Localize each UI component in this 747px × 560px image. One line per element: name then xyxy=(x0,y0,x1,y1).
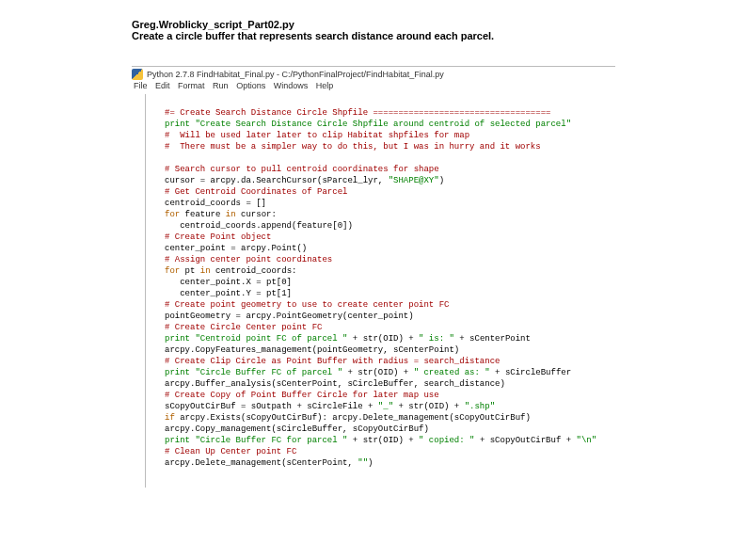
code-line: arcpy.CopyFeatures_management(pointGeome… xyxy=(165,344,596,356)
code-line: print "Centroid point FC of parcel " + s… xyxy=(165,333,596,344)
code-token: cursor = arcpy.da.SearchCursor(sParcel_l… xyxy=(165,176,389,185)
code-token: centroid_coords = [] xyxy=(165,199,266,208)
code-line: arcpy.Buffer_analysis(sCenterPoint, sCir… xyxy=(165,378,596,390)
code-line xyxy=(165,152,596,164)
code-line: arcpy.Delete_management(sCenterPoint, ""… xyxy=(165,457,596,469)
code-line: for pt in centroid_coords: xyxy=(165,265,596,277)
script-subtitle: Create a circle buffer that represents s… xyxy=(132,30,615,41)
code-token: center_point.Y = pt[1] xyxy=(165,289,292,298)
code-token: # Create point geometry to use to create… xyxy=(165,300,449,310)
code-line: # Clean Up Center point FC xyxy=(165,446,596,457)
code-line: centroid_coords = [] xyxy=(165,198,596,209)
code-line: cursor = arcpy.da.SearchCursor(sParcel_l… xyxy=(165,175,596,186)
code-token: # Create Circle Center point FC xyxy=(165,323,322,332)
code-token: arcpy.CopyFeatures_management(pointGeome… xyxy=(165,345,459,355)
code-token: "Centroid point FC of parcel " xyxy=(195,334,347,344)
code-token: + str(OID) + xyxy=(342,368,414,377)
code-token: print xyxy=(165,368,195,377)
code-line: center_point = arcpy.Point() xyxy=(165,243,596,254)
code-token: ) xyxy=(439,176,444,185)
code-token: "" xyxy=(358,458,368,468)
code-token: # Will be used later later to clip Habit… xyxy=(165,131,469,140)
code-body: #= Create Search Distance Circle Shpfile… xyxy=(146,94,606,488)
code-token: centroid_coords: xyxy=(211,266,297,276)
menu-help[interactable]: Help xyxy=(316,81,334,90)
code-token: in xyxy=(226,210,236,219)
code-token: # Create Clip Circle as Point Buffer wit… xyxy=(165,357,500,366)
code-token: # Create Point object xyxy=(165,232,271,242)
code-token: # Get Centroid Coordinates of Parcel xyxy=(165,187,347,197)
code-line: # Create point geometry to use to create… xyxy=(165,299,596,311)
code-line: centroid_coords.append(feature[0]) xyxy=(165,220,596,232)
code-token: + sCircleBuffer xyxy=(490,368,571,377)
code-token: sCopyOutCirBuf = sOutpath + sCircleFile … xyxy=(165,402,378,411)
code-token: "Circle Buffer FC of parcel " xyxy=(195,368,342,377)
code-token: "\n" xyxy=(577,436,597,445)
code-line: if arcpy.Exists(sCopyOutCirBuf): arcpy.D… xyxy=(165,412,596,424)
menu-windows[interactable]: Windows xyxy=(274,81,309,90)
code-token: # Clean Up Center point FC xyxy=(165,447,296,456)
code-line: center_point.Y = pt[1] xyxy=(165,288,596,299)
code-line: center_point.X = pt[0] xyxy=(165,277,596,288)
code-token: if xyxy=(165,413,175,423)
code-token: print xyxy=(165,120,195,129)
code-token: for xyxy=(165,266,180,276)
menu-edit[interactable]: Edit xyxy=(155,81,170,90)
window-title-text: Python 2.7.8 FindHabitat_Final.py - C:/P… xyxy=(147,70,444,79)
code-token: #= Create Search Distance Circle Shpfile… xyxy=(165,108,550,118)
code-line: # Search cursor to pull centroid coordin… xyxy=(165,164,596,175)
code-token: ".shp" xyxy=(465,402,495,411)
code-token: " copied: " xyxy=(419,436,474,445)
code-token: centroid_coords.append(feature[0]) xyxy=(165,221,353,231)
code-line: # Create Circle Center point FC xyxy=(165,322,596,333)
code-token: " is: " xyxy=(419,334,454,344)
code-line: # Create Clip Circle as Point Buffer wit… xyxy=(165,356,596,367)
code-token: "Circle Buffer FC for parcel " xyxy=(195,436,347,445)
heading-block: Greg.Wroblicky_script_Part02.py Create a… xyxy=(132,19,615,41)
ide-window: Python 2.7.8 FindHabitat_Final.py - C:/P… xyxy=(132,66,615,488)
code-token: " created as: " xyxy=(414,368,490,377)
menu-file[interactable]: File xyxy=(134,81,148,90)
code-token: "SHAPE@XY" xyxy=(389,176,439,185)
code-token: arcpy.Buffer_analysis(sCenterPoint, sCir… xyxy=(165,379,505,389)
code-token: # Assign center point coordinates xyxy=(165,255,332,264)
code-token: arcpy.Exists(sCopyOutCirBuf): arcpy.Dele… xyxy=(175,413,531,423)
code-token: center_point.X = pt[0] xyxy=(165,278,292,287)
code-token: ) xyxy=(368,458,373,468)
code-line: pointGeometry = arcpy.PointGeometry(cent… xyxy=(165,311,596,322)
code-token: arcpy.Delete_management(sCenterPoint, xyxy=(165,458,358,468)
code-line: # There must be a simpler way to do this… xyxy=(165,141,596,152)
menu-bar: File Edit Format Run Options Windows Hel… xyxy=(132,81,615,94)
code-token: print xyxy=(165,334,195,344)
code-line: sCopyOutCirBuf = sOutpath + sCircleFile … xyxy=(165,401,596,412)
menu-run[interactable]: Run xyxy=(213,81,229,90)
code-token: + str(OID) + xyxy=(347,436,419,445)
editor-area: #= Create Search Distance Circle Shpfile… xyxy=(132,94,615,488)
code-token: pointGeometry = arcpy.PointGeometry(cent… xyxy=(165,312,414,321)
editor-gutter xyxy=(132,94,146,488)
code-token: cursor: xyxy=(236,210,277,219)
code-token: for xyxy=(165,210,180,219)
code-line: # Create Copy of Point Buffer Circle for… xyxy=(165,390,596,401)
code-line: # Assign center point coordinates xyxy=(165,254,596,265)
code-token: # Create Copy of Point Buffer Circle for… xyxy=(165,391,439,400)
code-line: arcpy.Copy_management(sCircleBuffer, sCo… xyxy=(165,424,596,435)
code-token: "_" xyxy=(378,402,393,411)
menu-format[interactable]: Format xyxy=(178,81,205,90)
code-token: "Create Search Distance Circle Shpfile a… xyxy=(195,120,571,129)
code-token: + sCenterPoint xyxy=(454,334,531,344)
code-token: pt xyxy=(180,266,200,276)
code-line: print "Circle Buffer FC of parcel " + st… xyxy=(165,367,596,378)
code-token: center_point = arcpy.Point() xyxy=(165,244,307,253)
code-line: for feature in cursor: xyxy=(165,209,596,220)
code-token: # Search cursor to pull centroid coordin… xyxy=(165,165,439,174)
code-line: # Get Centroid Coordinates of Parcel xyxy=(165,186,596,198)
code-line: print "Circle Buffer FC for parcel " + s… xyxy=(165,435,596,446)
code-token: + str(OID) + xyxy=(347,334,419,344)
menu-options[interactable]: Options xyxy=(236,81,265,90)
window-titlebar: Python 2.7.8 FindHabitat_Final.py - C:/P… xyxy=(132,67,615,81)
code-token: + sCopyOutCirBuf + xyxy=(474,436,576,445)
code-line: print "Create Search Distance Circle Shp… xyxy=(165,119,596,130)
code-token: + str(OID) + xyxy=(393,402,465,411)
code-token: # There must be a simpler way to do this… xyxy=(165,142,541,152)
